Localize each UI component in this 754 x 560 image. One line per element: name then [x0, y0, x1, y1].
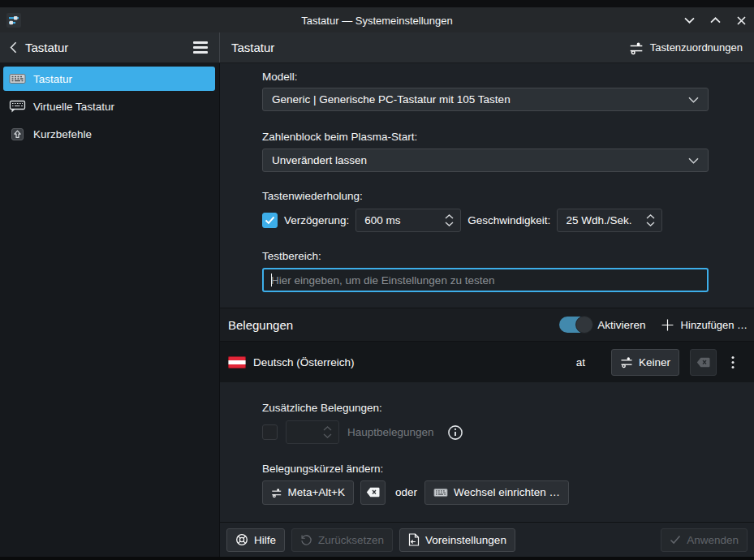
- rate-label: Geschwindigkeit:: [467, 214, 550, 226]
- undo-icon: [300, 534, 312, 546]
- back-button[interactable]: [10, 41, 17, 54]
- sidebar-item-label: Kurzbefehle: [33, 128, 92, 140]
- spinner-arrows-icon: [323, 426, 332, 438]
- shortcut-change-label: Belegungskürzel ändern:: [262, 463, 383, 475]
- plus-icon: [661, 318, 674, 332]
- extra-layouts-row: Hauptbelegungen: [262, 420, 463, 444]
- numlock-value: Unverändert lassen: [272, 154, 688, 166]
- rate-value: 25 Wdh./Sek.: [566, 214, 646, 226]
- lifebuoy-icon: [235, 533, 248, 546]
- add-layout-button[interactable]: Hinzufügen …: [661, 318, 748, 332]
- back-chevron-icon: [10, 41, 17, 54]
- close-icon: [737, 16, 746, 25]
- rate-spinbox[interactable]: 25 Wdh./Sek.: [557, 209, 662, 232]
- key-bindings-button[interactable]: Tastenzuordnungen: [629, 41, 743, 55]
- text-caret: [271, 274, 272, 286]
- layout-row[interactable]: Deutsch (Österreich) at Keiner: [220, 342, 754, 382]
- chevron-down-icon: [688, 97, 699, 103]
- layout-name: Deutsch (Österreich): [253, 356, 576, 368]
- header-row: Tastatur Tastatur Tastenzuordnungen: [0, 32, 754, 63]
- main-header: Tastatur Tastenzuordnungen: [220, 32, 754, 62]
- sidebar-title: Tastatur: [25, 41, 190, 54]
- layouts-enable-label: Aktivieren: [597, 319, 645, 331]
- delay-checkbox[interactable]: [262, 213, 278, 228]
- help-button[interactable]: Hilfe: [226, 528, 285, 552]
- shift-key-icon: [8, 127, 26, 141]
- spinner-arrows-icon[interactable]: [646, 214, 655, 226]
- shortcut-change-row: Meta+Alt+K oder Wechsel einrichten …: [262, 480, 569, 505]
- backspace-icon: [696, 357, 710, 368]
- sliders-icon: [271, 486, 282, 499]
- app-icon: [6, 12, 22, 28]
- delay-label: Verzögerung:: [284, 214, 349, 226]
- clear-shortcut-button[interactable]: [360, 480, 386, 505]
- test-area-input[interactable]: [262, 268, 709, 292]
- page-title: Tastatur: [231, 41, 629, 54]
- footer-bar: Hilfe Zurücksetzen Voreinstellungen Anwe…: [220, 523, 754, 557]
- reset-button[interactable]: Zurücksetzen: [291, 528, 393, 552]
- kebab-menu-icon: [731, 355, 735, 369]
- extra-layouts-label: Zusätzliche Belegungen:: [262, 402, 382, 414]
- sliders-icon: [629, 41, 644, 55]
- sidebar-item-label: Tastatur: [33, 73, 72, 85]
- layouts-enable-toggle[interactable]: [559, 317, 592, 333]
- content-pane: Modell: Generic | Generische PC-Tastatur…: [220, 63, 754, 557]
- key-repeat-label: Tastenwiederholung:: [262, 190, 363, 202]
- apply-button[interactable]: Anwenden: [661, 528, 748, 552]
- spinner-arrows-icon[interactable]: [445, 214, 454, 226]
- info-icon[interactable]: [447, 424, 463, 441]
- configure-switching-button[interactable]: Wechsel einrichten …: [424, 480, 569, 505]
- remove-layout-button[interactable]: [690, 349, 717, 376]
- menu-button[interactable]: [190, 38, 211, 56]
- check-icon: [265, 216, 275, 225]
- window-title: Tastatur — Systemeinstellungen: [0, 15, 754, 27]
- sliders-icon: [620, 355, 633, 368]
- keyboard-icon: [433, 487, 448, 498]
- titlebar: Tastatur — Systemeinstellungen: [0, 8, 754, 32]
- chevron-down-icon: [688, 157, 699, 164]
- desktop-edge: [0, 0, 754, 8]
- window-controls: [683, 8, 748, 32]
- desktop-edge-bottom: [0, 557, 754, 560]
- shortcut-key-button[interactable]: Meta+Alt+K: [262, 480, 354, 505]
- extra-layouts-spinbox[interactable]: [286, 420, 339, 444]
- sidebar-item-kurzbefehle[interactable]: Kurzbefehle: [3, 122, 215, 146]
- sidebar-header: Tastatur: [0, 32, 220, 62]
- extra-layouts-spin-label: Hauptbelegungen: [347, 426, 434, 438]
- layout-shortcut-button[interactable]: Keiner: [611, 349, 679, 376]
- minimize-button[interactable]: [683, 14, 696, 27]
- maximize-button[interactable]: [709, 14, 722, 27]
- document-icon: [408, 533, 420, 546]
- chevron-down-icon: [684, 17, 695, 24]
- or-text: oder: [395, 486, 417, 498]
- model-combobox[interactable]: Generic | Generische PC-Tastatur mit 105…: [262, 88, 709, 111]
- hamburger-icon: [193, 41, 208, 43]
- numlock-combobox[interactable]: Unverändert lassen: [262, 149, 709, 172]
- chevron-up-icon: [710, 17, 721, 24]
- virtual-keyboard-icon: [8, 100, 26, 114]
- check-icon: [670, 535, 681, 545]
- layout-code: at: [576, 356, 585, 368]
- row-menu-button[interactable]: [730, 354, 736, 371]
- sidebar-item-label: Virtuelle Tastatur: [33, 101, 114, 113]
- sidebar-item-tastatur[interactable]: Tastatur: [3, 67, 215, 91]
- layouts-section-header: Belegungen Aktivieren Hinzufügen …: [220, 308, 754, 341]
- keyboard-icon: [8, 72, 26, 85]
- extra-layouts-checkbox[interactable]: [262, 424, 278, 440]
- model-label: Modell:: [262, 71, 298, 83]
- numlock-label: Zahlenblock beim Plasma-Start:: [262, 131, 417, 143]
- key-repeat-row: Verzögerung: 600 ms Geschwindigkeit: 25 …: [262, 208, 662, 232]
- systemsettings-window: Tastatur — Systemeinstellungen Tastatur …: [0, 0, 754, 560]
- sidebar: Tastatur Virtuelle Tastatur Kurzbefehle: [0, 63, 220, 557]
- austria-flag-icon: [228, 356, 246, 368]
- defaults-button[interactable]: Voreinstellungen: [399, 528, 515, 552]
- delay-value: 600 ms: [364, 214, 445, 226]
- model-value: Generic | Generische PC-Tastatur mit 105…: [272, 93, 688, 106]
- toggle-knob: [575, 316, 593, 334]
- close-button[interactable]: [735, 14, 748, 27]
- sidebar-item-virtuelle-tastatur[interactable]: Virtuelle Tastatur: [3, 94, 215, 118]
- layouts-title: Belegungen: [228, 318, 559, 332]
- test-area-label: Testbereich:: [262, 250, 321, 262]
- backspace-icon: [366, 487, 380, 498]
- delay-spinbox[interactable]: 600 ms: [355, 209, 461, 232]
